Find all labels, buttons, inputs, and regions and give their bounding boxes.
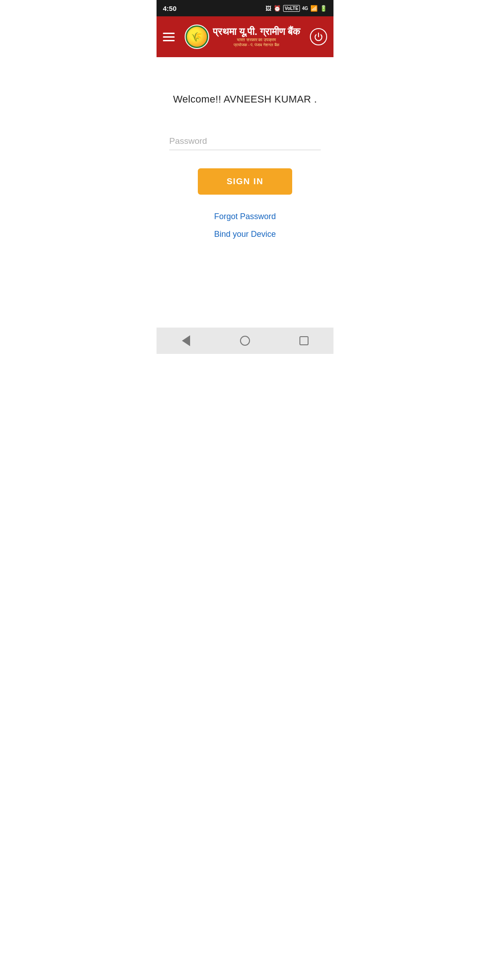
- power-button[interactable]: [310, 28, 327, 45]
- main-content: Welcome!! AVNEESH KUMAR . SIGN IN Forgot…: [157, 57, 333, 328]
- back-icon: [182, 335, 190, 346]
- home-button[interactable]: [237, 333, 253, 348]
- bank-name-hindi: प्रथमा यू.पी. ग्रामीण बैंक: [213, 26, 300, 37]
- bind-device-link[interactable]: Bind your Device: [214, 230, 276, 239]
- sign-in-button[interactable]: SIGN IN: [198, 168, 292, 195]
- home-icon: [240, 336, 250, 346]
- menu-button[interactable]: [163, 33, 175, 41]
- logo-text: प्रथमा यू.पी. ग्रामीण बैंक भारत सरकार का…: [213, 26, 300, 48]
- bank-subtitle: भारत सरकार का उपक्रम: [237, 37, 276, 43]
- emblem-inner: 🌾: [187, 27, 207, 47]
- recent-button[interactable]: [296, 333, 312, 348]
- welcome-message: Welcome!! AVNEESH KUMAR .: [173, 93, 317, 105]
- signal-icon: 📶: [310, 5, 318, 12]
- alarm-icon: ⏰: [274, 5, 281, 12]
- recent-icon: [299, 336, 309, 345]
- password-field-wrapper: [169, 132, 321, 150]
- password-input[interactable]: [169, 132, 321, 150]
- bank-sponsor: प्रायोजक - पं. पंजाब नेशनल बैंक: [234, 43, 279, 48]
- app-header: 🌾 प्रथमा यू.पी. ग्रामीण बैंक भारत सरकार …: [157, 16, 333, 57]
- network-icon: 4G: [302, 6, 308, 11]
- back-button[interactable]: [178, 333, 194, 348]
- logo-emblem: 🌾: [185, 24, 209, 49]
- bank-logo: 🌾 प्रथमा यू.पी. ग्रामीण बैंक भारत सरकार …: [175, 24, 310, 49]
- status-icons: 🖼 ⏰ VoLTE 4G 📶 🔋: [265, 5, 327, 12]
- volte-icon: VoLTE: [283, 5, 299, 12]
- status-bar: 4:50 🖼 ⏰ VoLTE 4G 📶 🔋: [157, 0, 333, 16]
- status-time: 4:50: [163, 5, 176, 12]
- bottom-navigation: [157, 328, 333, 354]
- forgot-password-link[interactable]: Forgot Password: [214, 212, 276, 221]
- battery-icon: 🔋: [320, 5, 327, 12]
- photo-icon: 🖼: [265, 5, 271, 12]
